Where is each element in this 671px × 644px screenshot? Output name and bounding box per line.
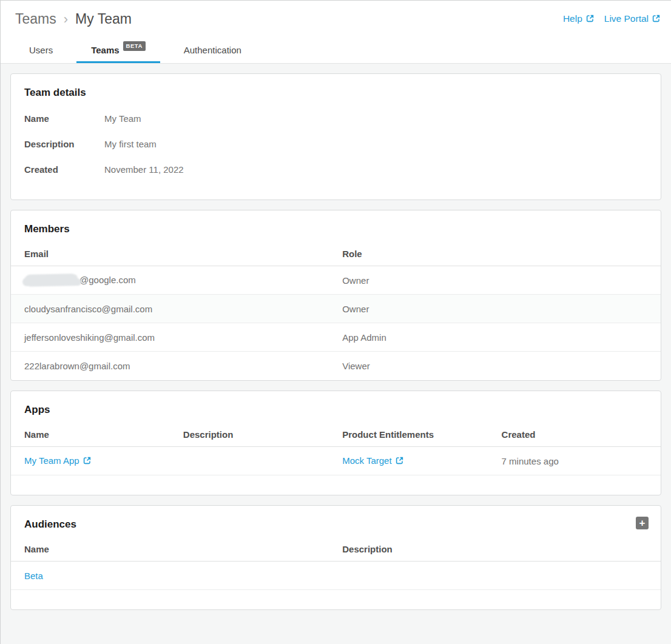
- apps-title: Apps: [11, 391, 661, 420]
- external-link-icon: [585, 14, 595, 25]
- apps-table-header: Name Description Product Entitlements Cr…: [11, 420, 661, 447]
- apps-card: Apps Name Description Product Entitlemen…: [10, 391, 661, 495]
- audiences-table-header: Name Description: [11, 534, 661, 562]
- team-details-card: Team details Name My Team Description My…: [10, 73, 661, 200]
- table-row: jeffersonloveshiking@gmail.com App Admin: [11, 323, 661, 352]
- field-row-created: Created November 11, 2022: [24, 157, 647, 183]
- member-email: @google.com: [11, 274, 342, 286]
- column-header-description: Description: [183, 420, 342, 446]
- table-row: 222larabrown@gmail.com Viewer: [11, 352, 661, 380]
- table-row: My Team App Mock Target 7 minutes ago: [11, 447, 661, 475]
- top-header: Teams › My Team Help Live Portal Users T…: [1, 1, 671, 64]
- table-row: @google.com Owner: [11, 266, 661, 295]
- member-role: Owner: [342, 304, 661, 314]
- beta-badge: BETA: [123, 41, 146, 51]
- plus-icon: +: [639, 517, 646, 529]
- field-value: November 11, 2022: [104, 164, 184, 175]
- member-role: Viewer: [342, 361, 661, 371]
- member-email: jeffersonloveshiking@gmail.com: [11, 332, 342, 343]
- member-email: 222larabrown@gmail.com: [11, 361, 342, 371]
- field-value: My Team: [104, 113, 141, 124]
- help-link-label: Help: [563, 13, 582, 24]
- field-row-name: Name My Team: [24, 106, 647, 132]
- product-entitlement-link-label: Mock Target: [342, 455, 391, 466]
- page-title: My Team: [75, 11, 132, 27]
- members-table-header: Email Role: [11, 239, 661, 266]
- audiences-title: Audiences: [11, 506, 661, 534]
- apps-table-footer: [11, 475, 661, 495]
- field-label: Name: [24, 113, 104, 124]
- redacted-text: [24, 273, 78, 287]
- header-links: Help Live Portal: [563, 13, 661, 25]
- tab-bar: Users Teams BETA Authentication: [15, 39, 265, 63]
- external-link-icon: [83, 456, 92, 467]
- live-portal-link[interactable]: Live Portal: [604, 13, 661, 25]
- audiences-table-footer: [11, 590, 661, 609]
- page: Teams › My Team Help Live Portal Users T…: [0, 0, 671, 644]
- members-title: Members: [11, 210, 661, 239]
- field-label: Description: [24, 139, 104, 149]
- product-entitlement-link[interactable]: Mock Target: [342, 455, 403, 466]
- tab-users[interactable]: Users: [15, 39, 67, 63]
- member-email: cloudysanfrancisco@gmail.com: [11, 304, 342, 314]
- app-link[interactable]: My Team App: [24, 455, 92, 466]
- tab-teams-label: Teams: [91, 45, 119, 55]
- column-header-description: Description: [342, 534, 661, 561]
- tab-teams[interactable]: Teams BETA: [76, 39, 160, 63]
- breadcrumb: Teams › My Team: [15, 11, 132, 27]
- app-product-entitlements-cell: Mock Target: [342, 455, 501, 467]
- field-row-description: Description My first team: [24, 132, 647, 157]
- column-header-product-entitlements: Product Entitlements: [342, 420, 501, 446]
- column-header-created: Created: [502, 420, 661, 446]
- column-header-role: Role: [342, 239, 661, 266]
- column-header-name: Name: [11, 420, 183, 446]
- table-row: cloudysanfrancisco@gmail.com Owner: [11, 295, 661, 323]
- column-header-email: Email: [11, 239, 342, 266]
- app-created-cell: 7 minutes ago: [502, 456, 661, 466]
- chevron-right-icon: ›: [64, 12, 68, 27]
- audience-link[interactable]: Beta: [24, 571, 43, 581]
- audience-name-cell: Beta: [11, 571, 342, 581]
- live-portal-link-label: Live Portal: [604, 13, 649, 24]
- members-card: Members Email Role @google.com Owner clo…: [10, 210, 661, 381]
- external-link-icon: [652, 14, 661, 25]
- tab-users-label: Users: [29, 45, 53, 55]
- audiences-card: Audiences + Name Description Beta: [10, 505, 661, 610]
- team-details-fields: Name My Team Description My first team C…: [11, 102, 661, 200]
- external-link-icon: [395, 456, 404, 467]
- field-value: My first team: [104, 139, 157, 149]
- app-name-cell: My Team App: [11, 455, 183, 467]
- add-audience-button[interactable]: +: [636, 517, 649, 529]
- breadcrumb-teams-link[interactable]: Teams: [15, 11, 56, 27]
- member-role: Owner: [342, 275, 661, 286]
- help-link[interactable]: Help: [563, 13, 595, 25]
- member-email-text: @google.com: [79, 275, 136, 285]
- tab-authentication[interactable]: Authentication: [169, 39, 256, 63]
- tab-authentication-label: Authentication: [184, 45, 241, 55]
- member-role: App Admin: [342, 332, 661, 343]
- app-link-label: My Team App: [24, 455, 79, 466]
- team-details-title: Team details: [11, 74, 661, 102]
- column-header-name: Name: [11, 534, 342, 561]
- field-label: Created: [24, 164, 104, 175]
- table-row: Beta: [11, 562, 661, 590]
